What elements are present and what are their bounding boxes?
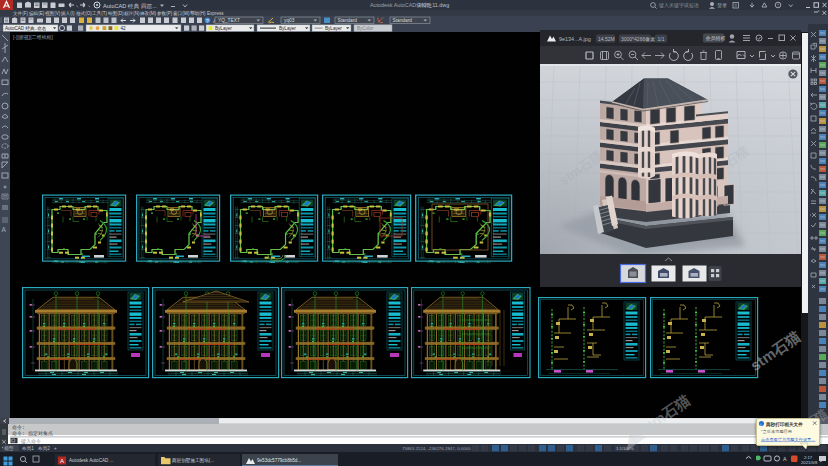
- svg-text:两秒打印相关文件: 两秒打印相关文件: [765, 421, 803, 428]
- svg-text:会员特权: 会员特权: [706, 35, 726, 42]
- svg-text:2021/6/8: 2021/6/8: [801, 460, 818, 465]
- svg-text:A: A: [60, 458, 64, 464]
- svg-text:i: i: [760, 422, 761, 427]
- svg-text:14.52M: 14.52M: [598, 36, 615, 42]
- svg-text:2:17: 2:17: [804, 455, 813, 460]
- svg-text:两层别墅施工图纸(...: 两层别墅施工图纸(...: [172, 457, 214, 464]
- svg-text:9e53dc5779cb8b5d...: 9e53dc5779cb8b5d...: [257, 458, 301, 463]
- svg-text:3000*4266像素: 3000*4266像素: [621, 36, 655, 42]
- svg-text:A: A: [2, 226, 7, 233]
- svg-text:点击查看官方完整文件设置…: 点击查看官方完整文件设置…: [761, 437, 815, 442]
- svg-text:9e134...A.jpg: 9e134...A.jpg: [559, 36, 591, 42]
- svg-text:布局1: 布局1: [22, 445, 34, 452]
- svg-text:+: +: [54, 446, 57, 451]
- svg-text:布局2: 布局2: [38, 445, 50, 452]
- svg-text:75863.2124, -236276.2847, 0.00: 75863.2124, -236276.2847, 0.0000: [402, 446, 471, 451]
- svg-text:A: A: [783, 456, 787, 462]
- svg-text:*之后未完整启用: *之后未完整启用: [761, 429, 792, 435]
- svg-text:Autodesk AutoCAD ...: Autodesk AutoCAD ...: [69, 458, 113, 463]
- svg-text:1/1: 1/1: [658, 36, 665, 42]
- svg-text:模型: 模型: [4, 445, 15, 452]
- svg-text:命令: 指定对角点: 命令: 指定对角点: [12, 430, 53, 437]
- svg-text:键入命令: 键入命令: [20, 438, 41, 445]
